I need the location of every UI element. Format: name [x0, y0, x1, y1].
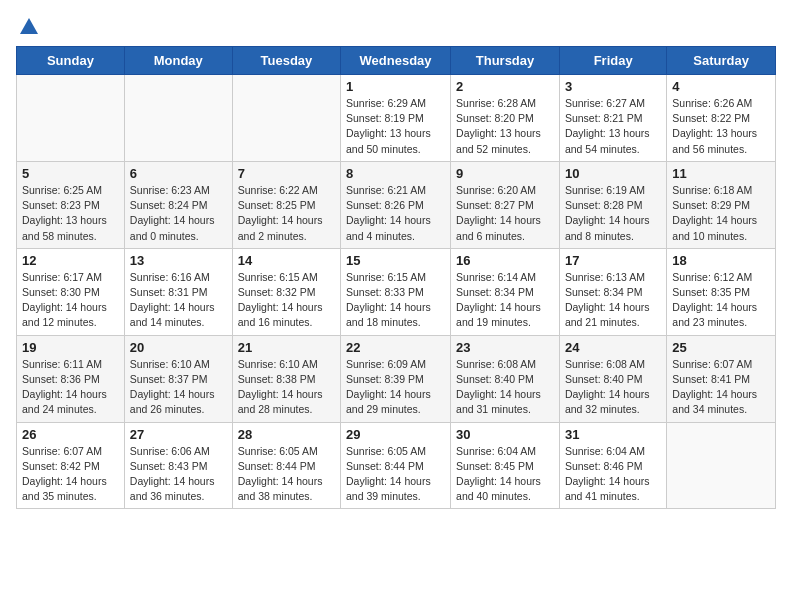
calendar-week-row: 19Sunrise: 6:11 AM Sunset: 8:36 PM Dayli… [17, 335, 776, 422]
day-number: 7 [238, 166, 335, 181]
day-number: 28 [238, 427, 335, 442]
calendar-cell [232, 75, 340, 162]
day-number: 13 [130, 253, 227, 268]
calendar-cell: 13Sunrise: 6:16 AM Sunset: 8:31 PM Dayli… [124, 248, 232, 335]
calendar-cell: 21Sunrise: 6:10 AM Sunset: 8:38 PM Dayli… [232, 335, 340, 422]
weekday-header: Monday [124, 47, 232, 75]
day-number: 16 [456, 253, 554, 268]
day-info: Sunrise: 6:19 AM Sunset: 8:28 PM Dayligh… [565, 183, 661, 244]
day-number: 9 [456, 166, 554, 181]
calendar-cell: 2Sunrise: 6:28 AM Sunset: 8:20 PM Daylig… [451, 75, 560, 162]
calendar-cell: 6Sunrise: 6:23 AM Sunset: 8:24 PM Daylig… [124, 161, 232, 248]
day-number: 12 [22, 253, 119, 268]
day-info: Sunrise: 6:17 AM Sunset: 8:30 PM Dayligh… [22, 270, 119, 331]
svg-marker-0 [20, 18, 38, 34]
day-info: Sunrise: 6:06 AM Sunset: 8:43 PM Dayligh… [130, 444, 227, 505]
calendar-cell: 16Sunrise: 6:14 AM Sunset: 8:34 PM Dayli… [451, 248, 560, 335]
day-info: Sunrise: 6:04 AM Sunset: 8:46 PM Dayligh… [565, 444, 661, 505]
day-info: Sunrise: 6:09 AM Sunset: 8:39 PM Dayligh… [346, 357, 445, 418]
calendar-week-row: 26Sunrise: 6:07 AM Sunset: 8:42 PM Dayli… [17, 422, 776, 509]
day-info: Sunrise: 6:15 AM Sunset: 8:33 PM Dayligh… [346, 270, 445, 331]
day-number: 23 [456, 340, 554, 355]
calendar-table: SundayMondayTuesdayWednesdayThursdayFrid… [16, 46, 776, 509]
calendar-cell: 9Sunrise: 6:20 AM Sunset: 8:27 PM Daylig… [451, 161, 560, 248]
page: SundayMondayTuesdayWednesdayThursdayFrid… [0, 0, 792, 525]
weekday-header: Saturday [667, 47, 776, 75]
calendar-cell: 24Sunrise: 6:08 AM Sunset: 8:40 PM Dayli… [559, 335, 666, 422]
calendar-cell: 18Sunrise: 6:12 AM Sunset: 8:35 PM Dayli… [667, 248, 776, 335]
calendar-week-row: 12Sunrise: 6:17 AM Sunset: 8:30 PM Dayli… [17, 248, 776, 335]
day-info: Sunrise: 6:04 AM Sunset: 8:45 PM Dayligh… [456, 444, 554, 505]
calendar-cell: 5Sunrise: 6:25 AM Sunset: 8:23 PM Daylig… [17, 161, 125, 248]
day-number: 21 [238, 340, 335, 355]
day-number: 20 [130, 340, 227, 355]
day-info: Sunrise: 6:22 AM Sunset: 8:25 PM Dayligh… [238, 183, 335, 244]
day-info: Sunrise: 6:29 AM Sunset: 8:19 PM Dayligh… [346, 96, 445, 157]
day-number: 30 [456, 427, 554, 442]
logo [16, 16, 40, 34]
day-info: Sunrise: 6:05 AM Sunset: 8:44 PM Dayligh… [238, 444, 335, 505]
day-info: Sunrise: 6:08 AM Sunset: 8:40 PM Dayligh… [456, 357, 554, 418]
weekday-header: Tuesday [232, 47, 340, 75]
calendar-cell: 31Sunrise: 6:04 AM Sunset: 8:46 PM Dayli… [559, 422, 666, 509]
day-number: 5 [22, 166, 119, 181]
calendar-cell: 12Sunrise: 6:17 AM Sunset: 8:30 PM Dayli… [17, 248, 125, 335]
day-number: 29 [346, 427, 445, 442]
logo-icon [18, 16, 40, 38]
day-number: 10 [565, 166, 661, 181]
day-number: 22 [346, 340, 445, 355]
weekday-header: Sunday [17, 47, 125, 75]
day-info: Sunrise: 6:05 AM Sunset: 8:44 PM Dayligh… [346, 444, 445, 505]
calendar-cell: 17Sunrise: 6:13 AM Sunset: 8:34 PM Dayli… [559, 248, 666, 335]
calendar-cell: 25Sunrise: 6:07 AM Sunset: 8:41 PM Dayli… [667, 335, 776, 422]
calendar-cell [667, 422, 776, 509]
day-info: Sunrise: 6:11 AM Sunset: 8:36 PM Dayligh… [22, 357, 119, 418]
day-number: 11 [672, 166, 770, 181]
day-info: Sunrise: 6:07 AM Sunset: 8:42 PM Dayligh… [22, 444, 119, 505]
calendar-cell: 11Sunrise: 6:18 AM Sunset: 8:29 PM Dayli… [667, 161, 776, 248]
day-number: 26 [22, 427, 119, 442]
calendar-cell: 30Sunrise: 6:04 AM Sunset: 8:45 PM Dayli… [451, 422, 560, 509]
day-info: Sunrise: 6:20 AM Sunset: 8:27 PM Dayligh… [456, 183, 554, 244]
calendar-cell: 7Sunrise: 6:22 AM Sunset: 8:25 PM Daylig… [232, 161, 340, 248]
day-number: 27 [130, 427, 227, 442]
day-number: 2 [456, 79, 554, 94]
calendar-cell: 19Sunrise: 6:11 AM Sunset: 8:36 PM Dayli… [17, 335, 125, 422]
calendar-week-row: 5Sunrise: 6:25 AM Sunset: 8:23 PM Daylig… [17, 161, 776, 248]
day-info: Sunrise: 6:26 AM Sunset: 8:22 PM Dayligh… [672, 96, 770, 157]
day-info: Sunrise: 6:08 AM Sunset: 8:40 PM Dayligh… [565, 357, 661, 418]
calendar-week-row: 1Sunrise: 6:29 AM Sunset: 8:19 PM Daylig… [17, 75, 776, 162]
calendar-cell [17, 75, 125, 162]
day-number: 8 [346, 166, 445, 181]
day-info: Sunrise: 6:18 AM Sunset: 8:29 PM Dayligh… [672, 183, 770, 244]
day-number: 15 [346, 253, 445, 268]
day-info: Sunrise: 6:10 AM Sunset: 8:38 PM Dayligh… [238, 357, 335, 418]
calendar-cell: 28Sunrise: 6:05 AM Sunset: 8:44 PM Dayli… [232, 422, 340, 509]
day-info: Sunrise: 6:16 AM Sunset: 8:31 PM Dayligh… [130, 270, 227, 331]
day-info: Sunrise: 6:27 AM Sunset: 8:21 PM Dayligh… [565, 96, 661, 157]
day-number: 18 [672, 253, 770, 268]
header [16, 16, 776, 34]
weekday-header: Wednesday [341, 47, 451, 75]
calendar-cell: 1Sunrise: 6:29 AM Sunset: 8:19 PM Daylig… [341, 75, 451, 162]
calendar-cell: 22Sunrise: 6:09 AM Sunset: 8:39 PM Dayli… [341, 335, 451, 422]
day-info: Sunrise: 6:21 AM Sunset: 8:26 PM Dayligh… [346, 183, 445, 244]
day-info: Sunrise: 6:28 AM Sunset: 8:20 PM Dayligh… [456, 96, 554, 157]
calendar-cell: 23Sunrise: 6:08 AM Sunset: 8:40 PM Dayli… [451, 335, 560, 422]
day-number: 24 [565, 340, 661, 355]
day-number: 1 [346, 79, 445, 94]
day-info: Sunrise: 6:13 AM Sunset: 8:34 PM Dayligh… [565, 270, 661, 331]
day-info: Sunrise: 6:07 AM Sunset: 8:41 PM Dayligh… [672, 357, 770, 418]
calendar-cell: 4Sunrise: 6:26 AM Sunset: 8:22 PM Daylig… [667, 75, 776, 162]
calendar-cell: 14Sunrise: 6:15 AM Sunset: 8:32 PM Dayli… [232, 248, 340, 335]
day-info: Sunrise: 6:12 AM Sunset: 8:35 PM Dayligh… [672, 270, 770, 331]
day-number: 6 [130, 166, 227, 181]
day-number: 31 [565, 427, 661, 442]
calendar-cell: 27Sunrise: 6:06 AM Sunset: 8:43 PM Dayli… [124, 422, 232, 509]
calendar-cell: 8Sunrise: 6:21 AM Sunset: 8:26 PM Daylig… [341, 161, 451, 248]
weekday-header: Thursday [451, 47, 560, 75]
calendar-cell: 15Sunrise: 6:15 AM Sunset: 8:33 PM Dayli… [341, 248, 451, 335]
day-number: 19 [22, 340, 119, 355]
day-info: Sunrise: 6:23 AM Sunset: 8:24 PM Dayligh… [130, 183, 227, 244]
calendar-header-row: SundayMondayTuesdayWednesdayThursdayFrid… [17, 47, 776, 75]
